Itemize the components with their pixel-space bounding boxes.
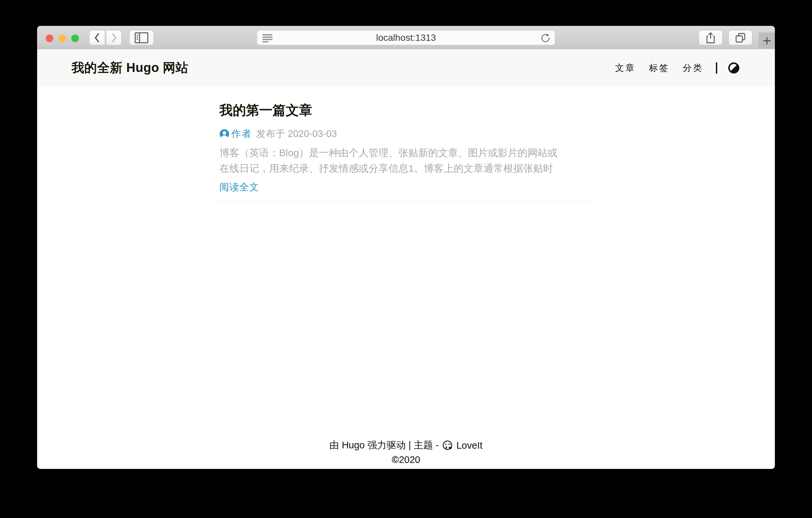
theme-toggle-button[interactable] — [728, 62, 740, 74]
nav-item-tags[interactable]: 标签 — [649, 62, 669, 74]
main-nav: 文章 标签 分类 — [602, 62, 740, 74]
post-summary-card: 我的第一篇文章 作者 发布于 2020-03-03 — [220, 86, 593, 201]
kiss-wink-heart-icon — [442, 440, 454, 451]
copyright-year: 2020 — [399, 454, 420, 465]
publish-date: 发布于 2020-03-03 — [256, 127, 337, 141]
forward-button[interactable] — [106, 30, 122, 45]
tab-overview-button[interactable] — [728, 30, 752, 45]
user-circle-icon — [220, 129, 229, 139]
back-button[interactable] — [89, 30, 105, 45]
tab-overview-icon — [735, 32, 746, 43]
desktop-background: localhost:1313 — [0, 0, 812, 518]
summary-line-2: 在线日记，用来纪录、抒发情感或分享信息1。博客上的文章通常根据张贴时 — [220, 161, 593, 176]
maximize-window-button[interactable] — [71, 34, 79, 42]
footer-powered-line: 由 Hugo 强力驱动 | 主题 - LoveIt — [37, 438, 775, 453]
new-tab-button[interactable] — [759, 32, 775, 49]
safari-window: localhost:1313 — [37, 26, 775, 469]
post-meta: 作者 发布于 2020-03-03 — [220, 127, 593, 141]
author-link[interactable]: 作者 — [231, 127, 252, 141]
reader-view-icon[interactable] — [262, 33, 273, 43]
address-bar[interactable]: localhost:1313 — [257, 30, 555, 45]
site-header: 我的全新 Hugo 网站 文章 标签 分类 — [37, 49, 775, 86]
sidebar-toggle-button[interactable] — [129, 30, 154, 45]
summary-line-1: 博客（英语：Blog）是一种由个人管理、张贴新的文章、图片或影片的网站或 — [220, 145, 593, 161]
site-footer: 由 Hugo 强力驱动 | 主题 - LoveIt ©2020 — [37, 438, 775, 468]
site-title[interactable]: 我的全新 Hugo 网站 — [71, 59, 188, 76]
nav-separator — [716, 62, 717, 74]
copyright-symbol: © — [392, 454, 399, 465]
sidebar-toggle-icon — [135, 32, 148, 44]
theme-name-link[interactable]: LoveIt — [456, 440, 483, 451]
share-button[interactable] — [699, 30, 723, 45]
read-more-link[interactable]: 阅读全文 — [220, 181, 593, 194]
page-content: 我的第一篇文章 作者 发布于 2020-03-03 — [37, 86, 775, 469]
powered-by-text: 由 Hugo 强力驱动 | 主题 - — [329, 439, 439, 452]
chevron-back-icon — [93, 32, 102, 44]
url-text: localhost:1313 — [376, 32, 436, 43]
post-title-link[interactable]: 我的第一篇文章 — [220, 102, 593, 118]
theme-adjust-icon — [728, 62, 740, 74]
share-icon — [706, 32, 716, 44]
browser-toolbar: localhost:1313 — [37, 26, 775, 49]
new-tab-plus-icon — [763, 36, 771, 45]
post-summary: 博客（英语：Blog）是一种由个人管理、张贴新的文章、图片或影片的网站或 在线日… — [220, 145, 593, 176]
nav-item-posts[interactable]: 文章 — [615, 62, 636, 74]
nav-item-categories[interactable]: 分类 — [683, 62, 703, 74]
chevron-forward-icon — [110, 32, 118, 44]
footer-copyright-line: ©2020 — [37, 454, 775, 468]
minimize-window-button[interactable] — [58, 34, 66, 42]
close-window-button[interactable] — [46, 34, 53, 42]
reload-icon[interactable] — [541, 33, 551, 43]
